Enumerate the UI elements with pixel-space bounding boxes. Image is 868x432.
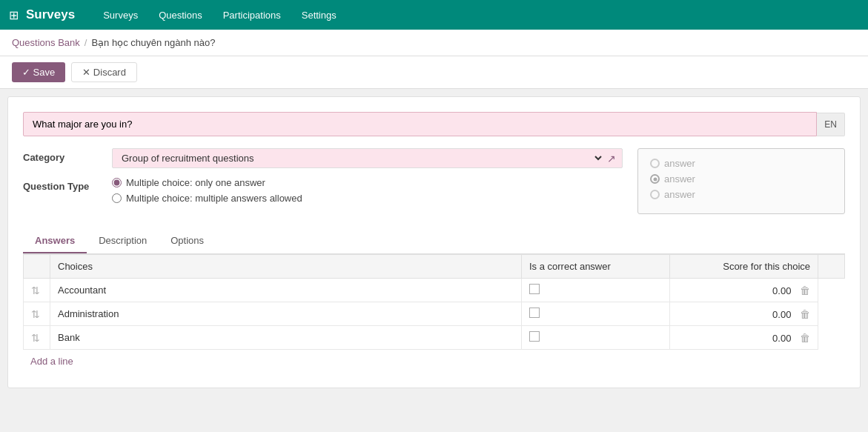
radio-multiple[interactable]	[112, 193, 122, 203]
score-cell-0: 0.00 🗑	[670, 279, 818, 302]
preview-row-2: answer	[650, 173, 832, 185]
category-label: Category	[23, 148, 112, 163]
category-select[interactable]: Group of recruitment questions	[119, 152, 604, 165]
tab-options[interactable]: Options	[159, 229, 216, 253]
preview-answer-1: answer	[664, 158, 695, 169]
correct-checkbox-2[interactable]	[529, 331, 540, 342]
col-choices-header: Choices	[50, 255, 522, 279]
correct-cell-0	[522, 279, 670, 302]
lang-badge: EN	[817, 113, 845, 136]
table-body: ⇅ Accountant 0.00 🗑 ⇅ Administration 0.0…	[24, 279, 845, 350]
radio-single-label: Multiple choice: only one answer	[126, 177, 265, 188]
sort-handle-1[interactable]: ⇅	[31, 308, 40, 320]
category-field-value: Group of recruitment questions ↗	[112, 148, 623, 168]
save-button[interactable]: ✓ Save	[12, 62, 65, 82]
sort-handle-cell-1[interactable]: ⇅	[24, 302, 50, 326]
choice-cell-2[interactable]: Bank	[50, 326, 522, 350]
nav-link-questions[interactable]: Questions	[148, 0, 213, 30]
correct-cell-1	[522, 302, 670, 326]
main-content: EN Category Group of recruitment questio…	[7, 96, 861, 388]
nav-link-settings[interactable]: Settings	[291, 0, 347, 30]
question-type-label: Question Type	[23, 177, 112, 192]
sort-handle-2[interactable]: ⇅	[31, 332, 40, 344]
table-header-row: Choices Is a correct answer Score for th…	[24, 255, 845, 279]
app-title: Surveys	[26, 7, 75, 22]
correct-cell-2	[522, 326, 670, 350]
question-type-row: Question Type Multiple choice: only one …	[23, 177, 623, 208]
discard-button[interactable]: ✕ Discard	[71, 62, 137, 82]
preview-radio-2	[650, 174, 660, 184]
app-grid-icon[interactable]: ⊞	[9, 8, 19, 22]
category-select-wrap: Group of recruitment questions ↗	[112, 148, 623, 168]
preview-answer-2: answer	[664, 173, 695, 185]
tab-description[interactable]: Description	[87, 229, 159, 253]
preview-row-1: answer	[650, 158, 832, 169]
tabs-bar: Answers Description Options	[23, 229, 845, 254]
form-fields: Category Group of recruitment questions …	[23, 148, 845, 217]
col-score-header: Score for this choice	[670, 255, 818, 279]
sort-handle-cell-0[interactable]: ⇅	[24, 279, 50, 302]
delete-icon-1[interactable]: 🗑	[800, 308, 810, 320]
breadcrumb: Questions Bank / Bạn học chuyên ngành nà…	[0, 30, 868, 56]
col-sort-header	[24, 255, 50, 279]
table-row: ⇅ Administration 0.00 🗑	[24, 302, 845, 326]
preview-box: answer answer answer	[637, 148, 845, 214]
category-row: Category Group of recruitment questions …	[23, 148, 623, 168]
nav-link-surveys[interactable]: Surveys	[93, 0, 148, 30]
col-delete-header	[818, 255, 845, 279]
form-right: answer answer answer	[637, 148, 845, 217]
delete-icon-0[interactable]: 🗑	[800, 285, 810, 296]
question-title-row: EN	[23, 112, 845, 136]
question-title-input[interactable]	[23, 112, 817, 136]
preview-radio-1	[650, 159, 660, 168]
answers-table: Choices Is a correct answer Score for th…	[23, 254, 845, 350]
action-bar: ✓ Save ✕ Discard	[0, 56, 868, 89]
correct-checkbox-0[interactable]	[529, 284, 540, 294]
delete-icon-2[interactable]: 🗑	[800, 332, 810, 344]
preview-radio-3	[650, 190, 660, 199]
top-nav: ⊞ Surveys Surveys Questions Participatio…	[0, 0, 868, 30]
preview-row-3: answer	[650, 189, 832, 200]
radio-option-multiple[interactable]: Multiple choice: multiple answers allowe…	[112, 193, 623, 204]
question-type-options: Multiple choice: only one answer Multipl…	[112, 177, 623, 208]
radio-single[interactable]	[112, 178, 122, 187]
score-cell-1: 0.00 🗑	[670, 302, 818, 326]
radio-option-single[interactable]: Multiple choice: only one answer	[112, 177, 623, 188]
nav-link-participations[interactable]: Participations	[213, 0, 291, 30]
sort-handle-cell-2[interactable]: ⇅	[24, 326, 50, 350]
external-link-icon[interactable]: ↗	[607, 153, 616, 165]
table-row: ⇅ Bank 0.00 🗑	[24, 326, 845, 350]
tab-answers[interactable]: Answers	[23, 229, 87, 253]
breadcrumb-parent[interactable]: Questions Bank	[12, 37, 80, 48]
form-left: Category Group of recruitment questions …	[23, 148, 623, 217]
breadcrumb-separator: /	[85, 37, 87, 48]
preview-answer-3: answer	[664, 189, 695, 200]
radio-multiple-label: Multiple choice: multiple answers allowe…	[126, 193, 302, 204]
score-cell-2: 0.00 🗑	[670, 326, 818, 350]
sort-handle-0[interactable]: ⇅	[31, 285, 40, 296]
col-correct-header: Is a correct answer	[522, 255, 670, 279]
choice-cell-1[interactable]: Administration	[50, 302, 522, 326]
correct-checkbox-1[interactable]	[529, 308, 540, 318]
breadcrumb-current: Bạn học chuyên ngành nào?	[91, 37, 215, 48]
table-row: ⇅ Accountant 0.00 🗑	[24, 279, 845, 302]
choice-cell-0[interactable]: Accountant	[50, 279, 522, 302]
add-line-button[interactable]: Add a line	[23, 350, 81, 373]
nav-links: Surveys Questions Participations Setting…	[93, 0, 347, 30]
